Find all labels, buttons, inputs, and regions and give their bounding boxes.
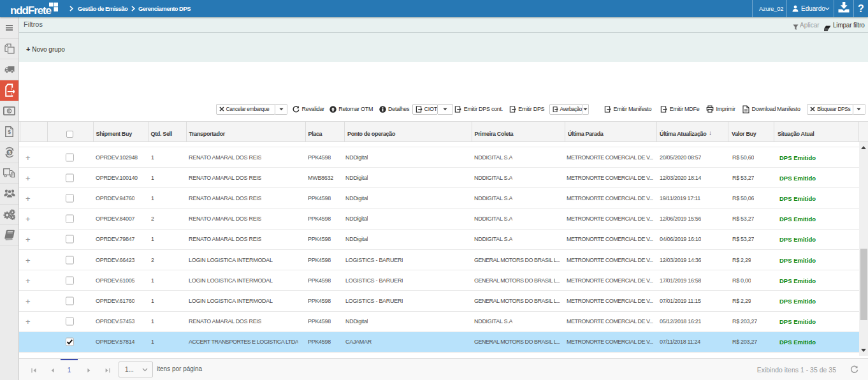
svg-text:$: $ <box>8 129 11 135</box>
